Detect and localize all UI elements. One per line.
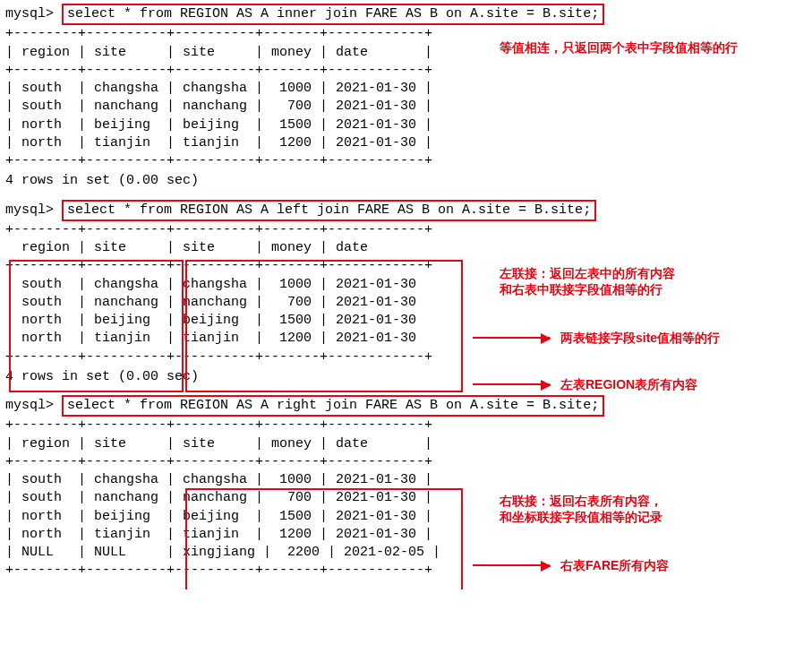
left-query-box: select * from REGION AS A left join FARE… bbox=[62, 200, 596, 221]
inner-query: select * from REGION AS A inner join FAR… bbox=[67, 6, 599, 22]
ann-right-arrow: 右表FARE所有内容 bbox=[560, 557, 669, 574]
right-prompt-line: mysql> select * from REGION AS A right j… bbox=[5, 395, 812, 417]
ann-right-1: 右联接：返回右表所有内容， bbox=[500, 493, 662, 510]
inner-prompt-line: mysql> select * from REGION AS A inner j… bbox=[5, 4, 812, 25]
right-hl-fare-cols bbox=[185, 488, 463, 589]
ann-left-arrow1: 两表链接字段site值相等的行 bbox=[560, 330, 720, 347]
left-prompt-line: mysql> select * from REGION AS A left jo… bbox=[5, 200, 812, 221]
ann-left-1: 左联接：返回左表中的所有内容 bbox=[500, 265, 675, 282]
ann-right-2: 和坐标联接字段值相等的记录 bbox=[500, 509, 662, 526]
ann-left-2: 和右表中联接字段值相等的行 bbox=[500, 281, 662, 298]
inner-join-block: mysql> select * from REGION AS A inner j… bbox=[5, 4, 812, 191]
arrow-right bbox=[473, 564, 550, 566]
left-query: select * from REGION AS A left join FARE… bbox=[67, 202, 591, 218]
arrow-left-2 bbox=[473, 383, 550, 385]
arrow-left-1 bbox=[473, 337, 550, 339]
ann-inner: 等值相连，只返回两个表中字段值相等的行 bbox=[500, 39, 738, 56]
mysql-prompt: mysql> bbox=[5, 202, 54, 218]
mysql-prompt: mysql> bbox=[5, 398, 54, 413]
right-query: select * from REGION AS A right join FAR… bbox=[67, 398, 599, 413]
inner-status: 4 rows in set (0.00 sec) bbox=[5, 172, 812, 190]
left-hl-region-cols bbox=[9, 260, 184, 392]
inner-query-box: select * from REGION AS A inner join FAR… bbox=[62, 4, 604, 25]
ann-left-arrow2: 左表REGION表所有内容 bbox=[560, 376, 697, 393]
mysql-prompt: mysql> bbox=[5, 6, 54, 22]
left-hl-fare-cols bbox=[185, 260, 463, 392]
right-query-box: select * from REGION AS A right join FAR… bbox=[62, 395, 604, 417]
